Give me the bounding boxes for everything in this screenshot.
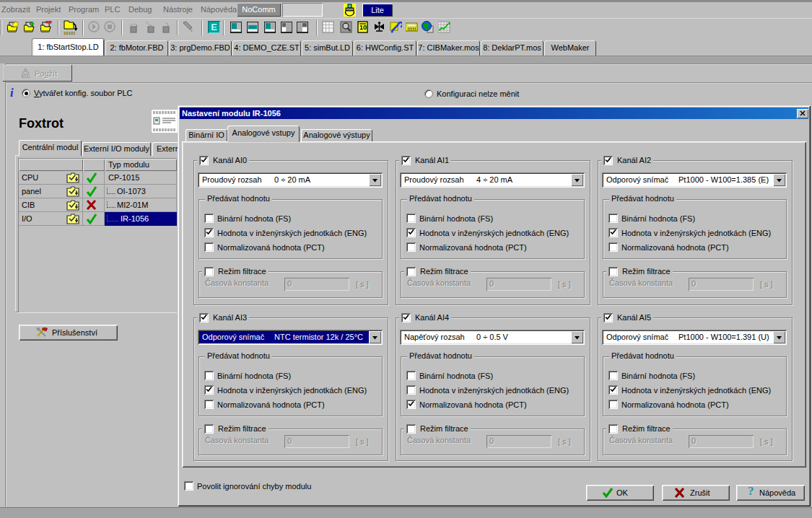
svg-text:10101: 10101 [64,31,76,35]
svg-text:10: 10 [359,24,367,31]
